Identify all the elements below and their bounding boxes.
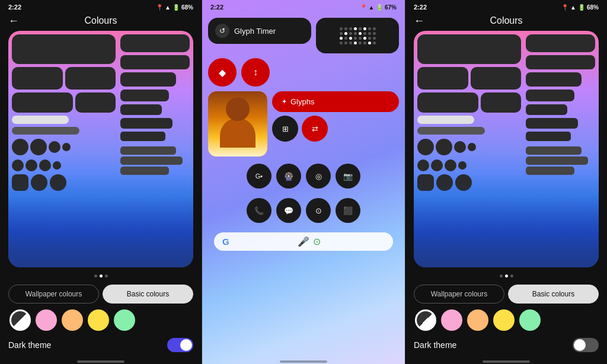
- right-status-bar: 2:22 📍 ▲ 🔋 68%: [405, 0, 607, 13]
- left-pixel-preview: [8, 31, 193, 267]
- right-swatch-peach[interactable]: [467, 309, 488, 331]
- app-icon-google[interactable]: G▪: [247, 164, 271, 189]
- left-time: 2:22: [8, 4, 21, 11]
- left-dark-theme-row: Dark theme: [8, 338, 193, 352]
- photo-person: [208, 91, 267, 157]
- right-side-col: [526, 34, 595, 264]
- middle-panel: 2:22 📍 ▲ 🔋 67% ↺ Glyph Timer ◆: [202, 0, 405, 364]
- rm-bar-gray: [417, 127, 485, 135]
- rm-bar-white: [417, 116, 474, 124]
- glyphs-pill[interactable]: ✦ Glyphs: [272, 91, 399, 112]
- right-swatch-pink[interactable]: [441, 309, 462, 331]
- left-swatch-yellow[interactable]: [88, 309, 109, 331]
- google-search-bar[interactable]: G 🎤 ⊙: [214, 232, 393, 251]
- left-toggle-buttons: Wallpaper colours Basic colours: [8, 285, 193, 304]
- app-icons-row-1: G▪ 🎡 ◎ 📷: [208, 161, 399, 191]
- qr-icon-button[interactable]: ⊞: [272, 116, 298, 142]
- left-wallpaper-toggle[interactable]: Wallpaper colours: [8, 285, 99, 304]
- middle-row-2: ◆ ↕: [208, 58, 399, 87]
- lm-big-1: [12, 34, 116, 64]
- right-dot-3: [510, 274, 513, 277]
- left-swatch-halved[interactable]: [9, 309, 31, 331]
- middle-nav-indicator: [280, 360, 327, 363]
- glyphs-label: Glyphs: [290, 97, 314, 106]
- right-dark-theme-label: Dark theme: [414, 340, 456, 350]
- shuffle-icon-button[interactable]: ⇄: [302, 116, 328, 142]
- right-screen-title: Colours: [490, 15, 522, 26]
- left-swatch-green[interactable]: [114, 309, 135, 331]
- rm-circles2: [417, 159, 521, 171]
- right-main-col: [417, 34, 521, 264]
- left-panel: 2:22 📍 ▲ 🔋 68% ← Colours: [0, 0, 202, 364]
- right-back-button[interactable]: ←: [414, 15, 424, 27]
- app-icon-phone[interactable]: 📞: [247, 198, 271, 223]
- google-g-icon: G: [222, 237, 229, 247]
- lm-circles: [12, 139, 116, 155]
- right-swatch-green[interactable]: [519, 309, 541, 331]
- right-dark-theme-toggle[interactable]: [573, 338, 599, 352]
- left-basic-toggle[interactable]: Basic colours: [103, 285, 193, 304]
- left-header: ← Colours: [0, 13, 202, 31]
- right-toggle-buttons: Wallpaper colours Basic colours: [414, 285, 599, 304]
- right-panel: 2:22 📍 ▲ 🔋 68% ← Colours: [405, 0, 607, 364]
- rm-circles: [417, 139, 521, 155]
- left-swatch-pink[interactable]: [36, 309, 57, 331]
- left-dark-theme-toggle[interactable]: [167, 338, 193, 352]
- left-back-button[interactable]: ←: [8, 15, 19, 27]
- glyphs-icon: ✦: [282, 98, 287, 106]
- app-icon-pinwheel[interactable]: 🎡: [276, 164, 301, 189]
- left-dots-indicator: [0, 272, 202, 280]
- right-pixel-preview: [414, 31, 599, 267]
- app-icon-cam2[interactable]: ⬛: [336, 198, 360, 223]
- right-wallpaper: [414, 31, 599, 267]
- right-color-swatches: [414, 309, 599, 331]
- red-circle-2[interactable]: ↕: [241, 58, 270, 87]
- glyph-timer-icon: ↺: [215, 24, 229, 38]
- right-wallpaper-toggle[interactable]: Wallpaper colours: [414, 285, 504, 304]
- left-phone-preview: [8, 31, 193, 267]
- middle-status-bar: 2:22 📍 ▲ 🔋 67%: [202, 0, 405, 13]
- dot-2: [100, 274, 103, 277]
- app-icon-camera[interactable]: 📷: [336, 164, 360, 189]
- app-icon-chrome[interactable]: ⊙: [306, 198, 331, 223]
- photo-widget: [208, 91, 267, 157]
- dot-pattern: [340, 27, 376, 44]
- red-circle-1[interactable]: ◆: [208, 58, 237, 87]
- middle-row-1: ↺ Glyph Timer: [208, 18, 399, 53]
- right-basic-toggle[interactable]: Basic colours: [508, 285, 599, 304]
- app-icon-target[interactable]: ◎: [306, 164, 331, 189]
- left-status-bar: 2:22 📍 ▲ 🔋 68%: [0, 0, 202, 13]
- middle-status-icons: 📍 ▲ 🔋 67%: [360, 4, 397, 11]
- right-dark-theme-row: Dark theme: [414, 338, 599, 352]
- dotted-widget: [316, 18, 399, 53]
- dot-3: [105, 274, 108, 277]
- app-icon-chat[interactable]: 💬: [276, 198, 301, 223]
- left-wallpaper: [8, 31, 193, 267]
- right-phone-preview: [414, 31, 599, 267]
- right-status-icons: 📍 ▲ 🔋 68%: [561, 4, 599, 11]
- left-status-icons: 📍 ▲ 🔋 68%: [156, 4, 193, 11]
- lm-bar-gray: [12, 127, 79, 135]
- left-bottom-controls: Wallpaper colours Basic colours Dark the…: [0, 280, 202, 357]
- lm-circles2: [12, 159, 116, 171]
- right-dot-2: [505, 274, 508, 277]
- left-screen-title: Colours: [84, 15, 117, 26]
- right-dot-1: [500, 274, 503, 277]
- google-lens-icon[interactable]: ⊙: [313, 236, 321, 247]
- google-mic-icon[interactable]: 🎤: [298, 236, 309, 247]
- middle-time: 2:22: [210, 4, 223, 11]
- middle-content: ↺ Glyph Timer ◆ ↕: [202, 13, 405, 357]
- right-swatch-halved[interactable]: [415, 309, 436, 331]
- left-side-col: [120, 34, 190, 264]
- rm-big-1: [417, 34, 521, 64]
- left-swatch-peach[interactable]: [62, 309, 83, 331]
- right-swatch-yellow[interactable]: [493, 309, 515, 331]
- lm-bar-white: [12, 116, 69, 124]
- left-main-col: [12, 34, 116, 264]
- right-widgets-col: ✦ Glyphs ⊞ ⇄: [272, 91, 399, 157]
- glyph-timer-widget[interactable]: ↺ Glyph Timer: [208, 18, 311, 44]
- right-nav-indicator: [483, 360, 530, 363]
- dot-1: [94, 274, 97, 277]
- left-nav-indicator: [77, 360, 124, 363]
- right-dots-indicator: [405, 272, 607, 280]
